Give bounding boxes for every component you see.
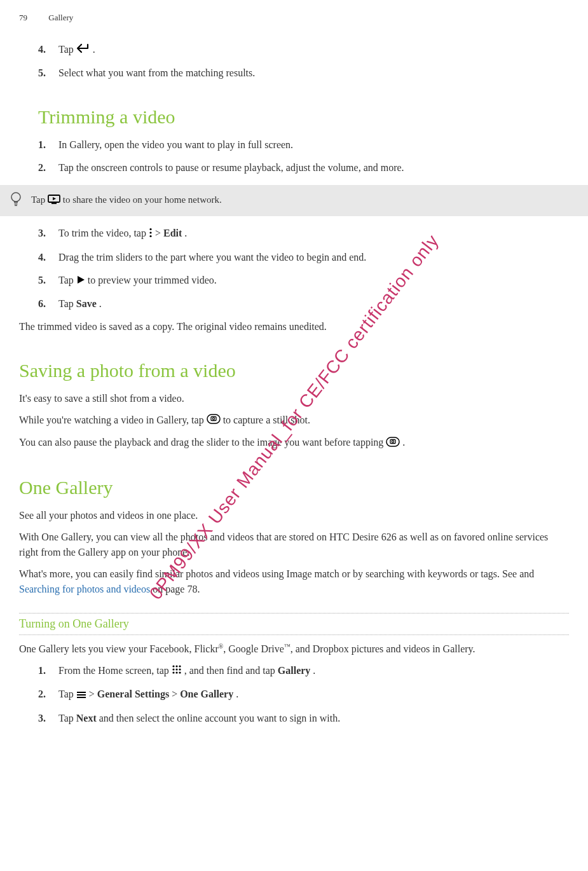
svg-point-23 bbox=[172, 672, 174, 674]
step-text: Tap to preview your trimmed video. bbox=[58, 273, 569, 289]
heading-one-gallery: One Gallery bbox=[19, 477, 569, 498]
trim-step-2: 2. Tap the onscreen controls to pause or… bbox=[38, 160, 569, 175]
og-step-2: 2. Tap > General Settings > One Gallery … bbox=[38, 687, 569, 703]
svg-rect-14 bbox=[386, 437, 399, 446]
trim-step-4: 4. Drag the trim sliders to the part whe… bbox=[38, 250, 569, 265]
trim-step-1: 1. In Gallery, open the video you want t… bbox=[38, 137, 569, 153]
step-text: Tap . bbox=[58, 42, 569, 58]
svg-point-9 bbox=[149, 235, 151, 237]
svg-rect-3 bbox=[15, 205, 17, 207]
page-header: 79 Gallery bbox=[19, 13, 569, 23]
one-gallery-p3: What's more, you can easily find similar… bbox=[19, 566, 569, 597]
svg-point-25 bbox=[179, 672, 181, 674]
step-number: 4. bbox=[38, 250, 58, 265]
og-step-1: 1. From the Home screen, tap , and then … bbox=[38, 663, 569, 679]
step-number: 5. bbox=[38, 65, 58, 81]
header-section: Gallery bbox=[48, 13, 73, 22]
search-link[interactable]: Searching for photos and videos bbox=[19, 584, 150, 594]
hamburger-menu-icon bbox=[76, 688, 86, 703]
svg-point-17 bbox=[172, 666, 174, 668]
step-number: 3. bbox=[38, 711, 58, 726]
svg-point-8 bbox=[149, 231, 151, 233]
tip-box: Tap to share the video on your home netw… bbox=[0, 185, 588, 216]
apps-grid-icon bbox=[172, 664, 182, 679]
step-text: Drag the trim sliders to the part where … bbox=[58, 250, 569, 265]
lightbulb-icon bbox=[10, 191, 22, 210]
subheading-turning-on: Turning on One Gallery bbox=[19, 613, 569, 635]
step-number: 3. bbox=[38, 226, 58, 242]
step-number: 5. bbox=[38, 273, 58, 289]
intro-step-5: 5. Select what you want from the matchin… bbox=[38, 65, 569, 81]
page-number: 79 bbox=[19, 13, 27, 22]
trim-step-5: 5. Tap to preview your trimmed video. bbox=[38, 273, 569, 289]
step-text: In Gallery, open the video you want to p… bbox=[58, 137, 569, 153]
heading-saving: Saving a photo from a video bbox=[19, 360, 569, 381]
trim-step-3: 3. To trim the video, tap > Edit . bbox=[38, 226, 569, 242]
trim-note: The trimmed video is saved as a copy. Th… bbox=[19, 319, 569, 334]
svg-rect-1 bbox=[14, 202, 18, 203]
svg-point-22 bbox=[179, 669, 181, 671]
step-number: 1. bbox=[38, 137, 58, 153]
saving-p2: While you're watching a video in Gallery… bbox=[19, 413, 569, 429]
trim-step-6: 6. Tap Save . bbox=[38, 296, 569, 312]
intro-step-4: 4. Tap . bbox=[38, 42, 569, 58]
camera-capture-icon bbox=[207, 413, 221, 429]
heading-trimming: Trimming a video bbox=[38, 106, 569, 128]
svg-point-18 bbox=[175, 666, 177, 668]
step-number: 2. bbox=[38, 687, 58, 703]
one-gallery-p1: See all your photos and videos in one pl… bbox=[19, 508, 569, 523]
play-icon bbox=[76, 273, 85, 289]
step-text: To trim the video, tap > Edit . bbox=[58, 226, 569, 242]
return-arrow-icon bbox=[76, 43, 90, 58]
svg-marker-10 bbox=[78, 276, 85, 284]
tv-share-icon bbox=[48, 195, 60, 207]
step-number: 1. bbox=[38, 663, 58, 679]
saving-p1: It's easy to save a still shot from a vi… bbox=[19, 391, 569, 406]
step-text: Tap Save . bbox=[58, 296, 569, 312]
step-number: 2. bbox=[38, 160, 58, 175]
svg-point-13 bbox=[212, 418, 214, 420]
one-gallery-p4: One Gallery lets you view your Facebook,… bbox=[19, 641, 569, 657]
one-gallery-p2: With One Gallery, you can view all the p… bbox=[19, 530, 569, 560]
step-number: 6. bbox=[38, 296, 58, 312]
svg-rect-2 bbox=[15, 203, 18, 205]
svg-point-21 bbox=[175, 669, 177, 671]
svg-rect-11 bbox=[207, 415, 220, 423]
og-step-3: 3. Tap Next and then select the online a… bbox=[38, 711, 569, 726]
step-text: Tap the onscreen controls to pause or re… bbox=[58, 160, 569, 175]
svg-point-7 bbox=[149, 228, 151, 230]
saving-p3: You can also pause the playback and drag… bbox=[19, 435, 569, 451]
svg-point-20 bbox=[172, 669, 174, 671]
step-text: Tap Next and then select the online acco… bbox=[58, 711, 569, 726]
svg-point-19 bbox=[179, 666, 181, 668]
step-text: From the Home screen, tap , and then fin… bbox=[58, 663, 569, 679]
more-dots-icon bbox=[149, 227, 153, 242]
step-number: 4. bbox=[38, 42, 58, 58]
camera-capture-icon bbox=[386, 436, 400, 451]
svg-point-16 bbox=[392, 441, 394, 442]
step-text: Tap > General Settings > One Gallery . bbox=[58, 687, 569, 703]
svg-point-0 bbox=[11, 193, 20, 202]
tip-text: Tap to share the video on your home netw… bbox=[31, 195, 222, 207]
svg-marker-5 bbox=[53, 197, 56, 200]
svg-point-24 bbox=[175, 672, 177, 674]
step-text: Select what you want from the matching r… bbox=[58, 65, 569, 81]
